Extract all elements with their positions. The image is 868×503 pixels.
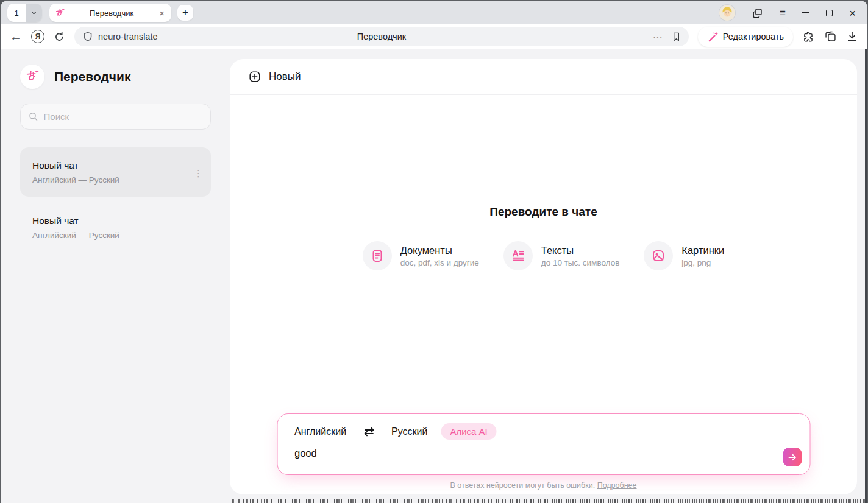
feature-images[interactable]: Картинки jpg, png bbox=[644, 241, 724, 270]
language-row: Английский Русский Алиса AI bbox=[294, 423, 792, 440]
feature-cards: Документы doc, pdf, xls и другие bbox=[230, 241, 857, 270]
swap-languages-icon[interactable] bbox=[362, 425, 375, 438]
page-title: Переводчик bbox=[74, 32, 689, 41]
sidebar: Переводчик Новый чат Английский — Русски… bbox=[1, 49, 230, 503]
translator-favicon-icon bbox=[55, 8, 65, 18]
hero-title: Переводите в чате bbox=[230, 205, 857, 219]
new-chat-button[interactable]: Новый bbox=[269, 71, 301, 83]
url-text: neuro-translate bbox=[98, 32, 158, 41]
disclaimer: В ответах нейросети могут быть ошибки. П… bbox=[230, 481, 857, 490]
document-icon bbox=[370, 248, 385, 263]
translate-composer: Английский Русский Алиса AI bbox=[277, 413, 810, 475]
arrow-right-icon bbox=[787, 452, 798, 463]
alice-ai-badge[interactable]: Алиса AI bbox=[441, 423, 496, 440]
menu-icon[interactable]: ≡ bbox=[780, 8, 786, 18]
window-minimize-button[interactable] bbox=[802, 12, 809, 13]
feature-documents[interactable]: Документы doc, pdf, xls и другие bbox=[363, 241, 479, 270]
address-bar[interactable]: neuro-translate Переводчик ⋯ bbox=[74, 27, 689, 46]
feature-texts[interactable]: Тексты до 10 тыс. символов bbox=[503, 241, 620, 270]
feature-subtitle: jpg, png bbox=[681, 258, 724, 267]
chat-list-item[interactable]: Новый чат Английский — Русский bbox=[20, 203, 211, 252]
page-content: Переводчик Новый чат Английский — Русски… bbox=[1, 49, 867, 503]
chat-kebab-menu-icon[interactable]: ⋮ bbox=[194, 169, 203, 177]
tab-strip: 1 Переводчик × + bbox=[1, 1, 867, 24]
new-chat-plus-icon[interactable] bbox=[248, 70, 261, 83]
translate-input[interactable] bbox=[294, 448, 770, 459]
downloads-icon[interactable] bbox=[846, 30, 858, 43]
chat-languages: Английский — Русский bbox=[32, 231, 199, 240]
search-field[interactable] bbox=[20, 104, 211, 130]
text-icon bbox=[511, 248, 525, 263]
extensions-puzzle-icon[interactable] bbox=[802, 30, 815, 43]
chat-list-item[interactable]: Новый чат Английский — Русский ⋮ bbox=[20, 147, 211, 197]
chat-header: Новый bbox=[230, 59, 857, 95]
app-title: Переводчик bbox=[54, 69, 130, 84]
feature-title: Тексты bbox=[541, 245, 620, 256]
tab-list-dropdown[interactable] bbox=[26, 4, 42, 22]
translator-logo bbox=[20, 65, 44, 89]
collections-panels-icon[interactable] bbox=[824, 30, 837, 43]
yandex-home-button[interactable]: Я bbox=[31, 30, 44, 43]
image-icon bbox=[651, 248, 666, 263]
window-close-button[interactable]: × bbox=[849, 7, 856, 19]
target-language-selector[interactable]: Русский bbox=[391, 426, 427, 437]
disclaimer-text: В ответах нейросети могут быть ошибки. bbox=[450, 481, 596, 490]
magic-wand-icon bbox=[707, 31, 719, 43]
tab-translator[interactable]: Переводчик × bbox=[49, 4, 171, 22]
shield-icon bbox=[83, 32, 93, 41]
search-icon bbox=[29, 111, 38, 122]
tab-title: Переводчик bbox=[65, 9, 158, 18]
chat-title: Новый чат bbox=[32, 216, 199, 227]
sparkle-icon bbox=[62, 8, 65, 11]
browser-window: 1 Переводчик × + bbox=[0, 0, 868, 503]
address-more-icon[interactable]: ⋯ bbox=[653, 31, 663, 43]
edit-button[interactable]: Редактировать bbox=[698, 27, 793, 47]
new-tab-button[interactable]: + bbox=[177, 5, 193, 21]
feature-subtitle: до 10 тыс. символов bbox=[541, 258, 620, 267]
send-button[interactable] bbox=[783, 448, 802, 466]
feature-title: Документы bbox=[400, 245, 479, 256]
tab-counter[interactable]: 1 bbox=[7, 4, 26, 22]
avatar-image bbox=[719, 5, 735, 21]
reload-icon[interactable] bbox=[54, 31, 65, 43]
tabs-copy-icon[interactable] bbox=[752, 7, 763, 19]
chevron-down-icon bbox=[29, 9, 38, 18]
cutoff-text-strip bbox=[232, 499, 865, 503]
tab-close-icon[interactable]: × bbox=[158, 9, 166, 18]
chat-title: Новый чат bbox=[32, 160, 199, 171]
main-panel: Новый Переводите в чате Документы bbox=[230, 59, 857, 494]
app-brand: Переводчик bbox=[20, 65, 211, 89]
profile-avatar[interactable] bbox=[719, 5, 735, 21]
back-button[interactable]: ← bbox=[10, 30, 22, 44]
edit-button-label: Редактировать bbox=[723, 32, 784, 41]
search-input[interactable] bbox=[44, 111, 202, 122]
source-language-selector[interactable]: Английский bbox=[294, 426, 346, 437]
browser-toolbar: ← Я neuro-translate Переводчик ⋯ bbox=[1, 24, 867, 49]
bookmark-icon[interactable] bbox=[671, 32, 681, 42]
feature-title: Картинки bbox=[681, 245, 724, 256]
feature-subtitle: doc, pdf, xls и другие bbox=[400, 258, 479, 267]
window-maximize-button[interactable] bbox=[826, 10, 833, 16]
disclaimer-link[interactable]: Подробнее bbox=[597, 481, 637, 490]
chat-list: Новый чат Английский — Русский ⋮ Новый ч… bbox=[20, 147, 211, 252]
chat-languages: Английский — Русский bbox=[32, 175, 199, 185]
translator-logo-icon bbox=[25, 69, 40, 84]
window-right-edge bbox=[865, 49, 867, 503]
tab-counter-group[interactable]: 1 bbox=[7, 4, 42, 22]
